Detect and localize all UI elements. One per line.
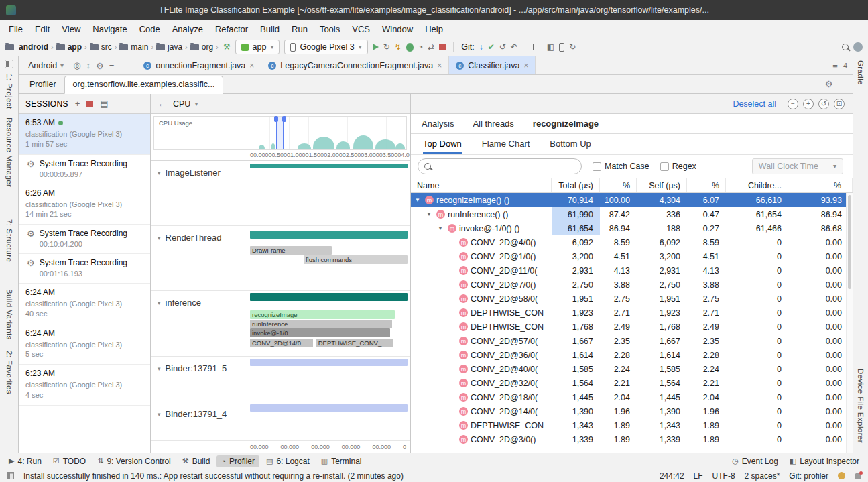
analysis-tab-analysis[interactable]: Analysis (422, 119, 454, 129)
tool-stripe-device-file-explorer[interactable]: Device File Explorer (857, 369, 865, 443)
stop-button[interactable] (439, 44, 446, 50)
collapse-icon[interactable]: ▾ (158, 365, 161, 372)
project-view-selector[interactable]: Android ▾ (24, 60, 68, 72)
menu-item-window[interactable]: Window (376, 22, 419, 36)
thread-track-binder-13791-5[interactable]: ▾Binder:13791_5 (151, 357, 410, 402)
subtab-top-down[interactable]: Top Down (423, 134, 462, 154)
trace-event-bar[interactable]: runInference (250, 320, 392, 328)
trace-event-bar[interactable]: recognizeImage (250, 310, 395, 319)
breadcrumb-android[interactable]: android (19, 42, 48, 52)
profile-button[interactable]: ◔ (418, 43, 423, 51)
menu-item-navigate[interactable]: Navigate (86, 22, 133, 36)
line-separator[interactable]: LF (694, 471, 703, 481)
session-item[interactable]: 6:24 AMclassification (Google Pixel 3)40… (19, 284, 150, 324)
scrollbar-thumb[interactable] (848, 195, 851, 289)
collapse-icon[interactable]: ▾ (158, 170, 161, 176)
table-row[interactable]: ▼minvoke@-1/0() ()61,65486.941880.2761,4… (411, 221, 853, 235)
tab-profiler-session[interactable]: org.tensorflow.lite.examples.classific..… (64, 76, 224, 94)
apply-code-changes-button[interactable]: ↯ (395, 43, 401, 51)
regex-checkbox[interactable]: Regex (660, 162, 696, 171)
toolwindow-button-todo[interactable]: ☑TODO (48, 455, 90, 467)
trace-event-bar[interactable] (250, 359, 408, 366)
vcs-history-button[interactable]: ↺ (499, 43, 506, 51)
hide-profiler-icon[interactable]: − (841, 80, 846, 88)
build-hammer-icon[interactable]: ⚒ (223, 43, 231, 51)
session-item[interactable]: 6:23 AMclassification (Google Pixel 3)4 … (19, 365, 150, 406)
table-row[interactable]: mDEPTHWISE_CON1,9232.711,9232.7100.00 (411, 306, 853, 320)
subtab-flame-chart[interactable]: Flame Chart (482, 134, 530, 154)
device-manager-icon[interactable] (533, 44, 542, 50)
table-row[interactable]: mCONV_2D@58/0(1,9512.751,9512.7500.00 (411, 292, 853, 306)
table-row[interactable]: mCONV_2D@14/0(1,3901.961,3901.9600.00 (411, 404, 853, 418)
column-header-name[interactable]: Name (411, 178, 552, 192)
table-row[interactable]: mCONV_2D@4/0()6,0928.596,0928.5900.00 (411, 235, 853, 249)
trace-event-bar[interactable] (250, 164, 408, 168)
expander-icon[interactable]: ▼ (415, 197, 422, 203)
toolwindow-button-profiler[interactable]: ◔Profiler (216, 455, 259, 467)
menu-item-vcs[interactable]: VCS (346, 22, 376, 36)
search-everywhere-icon[interactable] (842, 44, 849, 50)
collapse-icon[interactable]: ▾ (158, 411, 161, 418)
git-branch[interactable]: Git: profiler (789, 471, 828, 481)
tab-profiler[interactable]: Profiler (21, 76, 64, 93)
project-settings-icon[interactable]: ⚙ (96, 62, 104, 70)
toolwindow-button-6-logcat[interactable]: ▤6: Logcat (261, 455, 314, 467)
table-row[interactable]: ▼mrunInference() ()61,99087.423360.4761,… (411, 207, 853, 221)
thread-track-imagelistener[interactable]: ▾ImageListener (151, 161, 410, 226)
apply-changes-button[interactable]: ↻ (383, 43, 390, 51)
tool-stripe-1-project[interactable]: 1: Project (5, 74, 13, 109)
session-item[interactable]: 6:26 AMclassification (Google Pixel 3)14… (19, 184, 150, 225)
recording-item[interactable]: ⚙System Trace Recording00:01:16.193 (19, 254, 150, 284)
tool-stripe-resource-manager[interactable]: Resource Manager (5, 117, 13, 187)
analysis-tab-all-threads[interactable]: All threads (473, 119, 513, 129)
trace-event-bar[interactable]: flush commands (304, 255, 408, 264)
device-mirror-icon[interactable] (559, 43, 564, 52)
table-row[interactable]: mCONV_2D@11/0(2,9314.132,9314.1300.00 (411, 263, 853, 278)
reset-zoom-button[interactable]: ↺ (818, 99, 829, 109)
breadcrumb-src[interactable]: src (101, 42, 112, 52)
clock-type-select[interactable]: Wall Clock Time ▾ (752, 158, 843, 174)
toolwindow-button-event-log[interactable]: ◷Event Log (727, 455, 783, 467)
expand-sessions-button[interactable]: ▤ (100, 99, 108, 108)
table-scrollbar[interactable] (846, 193, 853, 453)
thread-track-renderthread[interactable]: ▾RenderThreadDrawFrameflush commands (151, 226, 410, 291)
session-item[interactable]: 6:24 AMclassification (Google Pixel 3)5 … (19, 324, 150, 365)
table-row[interactable]: mCONV_2D@57/0(1,6672.351,6672.3500.00 (411, 334, 853, 348)
layout-inspector-icon[interactable]: ◧ (547, 43, 554, 51)
tool-stripe-gradle[interactable]: Gradle (857, 60, 865, 85)
profile-avatar-icon[interactable] (853, 42, 863, 52)
toolwindow-button-terminal[interactable]: ▥Terminal (316, 455, 367, 467)
table-row[interactable]: mCONV_2D@7/0()2,7503.882,7503.8800.00 (411, 278, 853, 292)
column-header-childre[interactable]: Childre... (726, 178, 788, 192)
analysis-tab-recognizeimage[interactable]: recognizeImage (533, 119, 599, 129)
attach-debugger-button[interactable]: ⇄ (428, 43, 434, 51)
debug-button[interactable] (406, 43, 414, 52)
indent-style[interactable]: 2 spaces* (745, 471, 780, 481)
toolwindow-switcher-icon[interactable] (7, 472, 14, 479)
trace-event-bar[interactable] (250, 231, 408, 239)
tool-stripe-2-favorites[interactable]: 2: Favorites (5, 351, 13, 394)
collapse-all-icon[interactable]: ↕ (86, 61, 90, 70)
session-item[interactable]: 6:53 AMclassification (Google Pixel 3)1 … (19, 114, 150, 155)
breadcrumb-app[interactable]: app (68, 42, 82, 52)
editor-tab-classifier-java[interactable]: cClassifier.java× (449, 56, 536, 74)
toolwindow-button-4-run[interactable]: ▶4: Run (4, 455, 46, 467)
breadcrumb-java[interactable]: java (168, 42, 182, 52)
profiler-type-select[interactable]: CPU ▾ (173, 99, 198, 109)
zoom-in-button[interactable]: + (803, 99, 814, 109)
run-button[interactable] (373, 44, 379, 50)
column-header-[interactable]: % (600, 178, 637, 192)
cpu-usage-chart[interactable]: CPU Usage 00.00000.50001.00001.50002.000… (151, 114, 410, 161)
toolwindow-button-9-version-control[interactable]: ⇅9: Version Control (92, 455, 176, 467)
profiler-settings-icon[interactable]: ⚙ (825, 80, 833, 88)
zoom-out-button[interactable]: − (788, 99, 798, 109)
column-header-[interactable]: % (687, 178, 726, 192)
editor-tab-onnectionfragment-java[interactable]: connectionFragment.java× (137, 56, 261, 74)
menu-item-view[interactable]: View (56, 22, 86, 36)
toolwindow-button-build[interactable]: ⚒Build (178, 455, 215, 467)
sync-project-button[interactable]: ↻ (569, 43, 576, 51)
search-input[interactable] (436, 162, 575, 171)
trace-event-bar[interactable]: DrawFrame (250, 246, 332, 255)
trace-event-bar[interactable]: DEPTHWISE_CONV_... (316, 339, 393, 347)
table-row[interactable]: mDEPTHWISE_CON1,3431.891,3431.8900.00 (411, 418, 853, 432)
